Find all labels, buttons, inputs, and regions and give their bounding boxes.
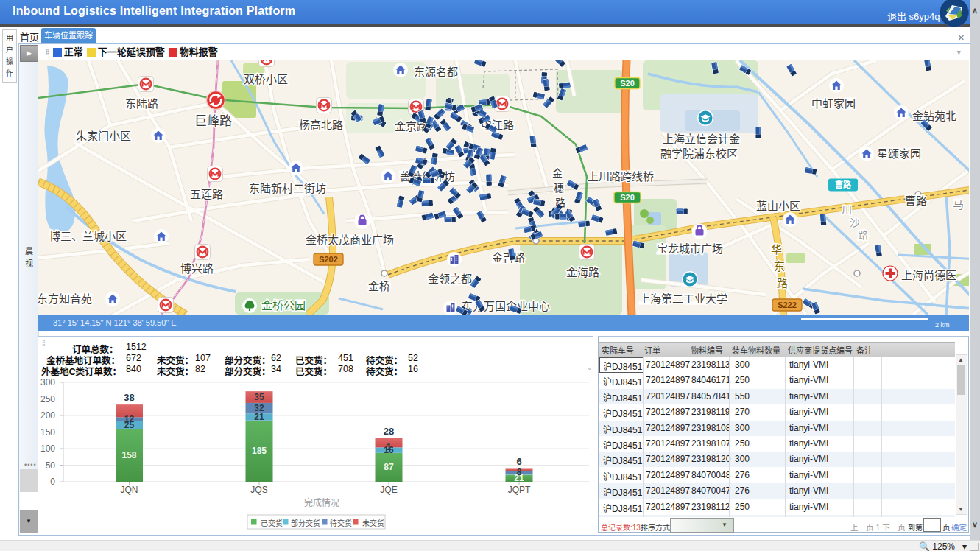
svg-text:中虹家园: 中虹家园 (811, 97, 856, 110)
svg-text:上海第二工业大学: 上海第二工业大学 (639, 292, 727, 305)
svg-text:博三、兰城小区: 博三、兰城小区 (49, 230, 127, 242)
svg-text:部分交货: 部分交货 (291, 519, 320, 527)
svg-text:S20: S20 (620, 79, 635, 88)
svg-text:沙: 沙 (850, 217, 860, 228)
svg-text:S20: S20 (620, 193, 635, 202)
svg-text:曹路: 曹路 (905, 194, 927, 207)
svg-text:五莲路: 五莲路 (190, 188, 223, 200)
svg-text:上川路跨线桥: 上川路跨线桥 (588, 170, 654, 183)
svg-text:川: 川 (842, 204, 852, 216)
svg-text:已交货: 已交货 (261, 519, 283, 527)
svg-text:50: 50 (46, 460, 56, 471)
svg-text:上海尚德医: 上海尚德医 (901, 269, 956, 281)
svg-text:S202: S202 (319, 255, 338, 264)
svg-text:38: 38 (124, 392, 134, 403)
svg-text:路: 路 (777, 277, 788, 289)
svg-text:东方知音苑: 东方知音苑 (38, 292, 92, 305)
svg-text:金桥公园: 金桥公园 (261, 299, 306, 312)
svg-text:JQS: JQS (250, 485, 267, 495)
svg-text:博兴路: 博兴路 (180, 262, 214, 275)
svg-text:东陆路: 东陆路 (125, 97, 158, 110)
svg-text:穗: 穗 (554, 182, 564, 194)
svg-text:融学院浦东校区: 融学院浦东校区 (660, 147, 738, 160)
svg-text:完成情况: 完成情况 (304, 497, 339, 508)
svg-text:金桥太茂商业广场: 金桥太茂商业广场 (306, 234, 394, 246)
svg-text:150: 150 (40, 427, 55, 438)
svg-text:蓝山小区: 蓝山小区 (756, 200, 800, 212)
svg-text:1: 1 (387, 442, 392, 452)
svg-text:东源名都: 东源名都 (414, 66, 458, 78)
svg-text:曹路: 曹路 (835, 180, 852, 189)
svg-text:杨高北路: 杨高北路 (299, 119, 343, 131)
svg-text:JQPT: JQPT (508, 485, 531, 495)
svg-text:6: 6 (516, 456, 521, 467)
svg-text:250: 250 (40, 394, 55, 404)
svg-text:巨峰路: 巨峰路 (194, 114, 232, 128)
svg-text:185: 185 (252, 446, 267, 456)
svg-text:158: 158 (121, 450, 136, 460)
svg-text:未交货: 未交货 (362, 519, 384, 527)
svg-text:上海立信会计金: 上海立信会计金 (663, 133, 740, 145)
svg-text:东: 东 (774, 260, 785, 273)
svg-text:0: 0 (50, 477, 55, 487)
svg-text:21: 21 (254, 412, 264, 422)
svg-text:金桥: 金桥 (368, 280, 390, 292)
svg-text:S222: S222 (778, 301, 797, 309)
svg-text:马: 马 (953, 198, 964, 211)
svg-text:朱家门小区: 朱家门小区 (76, 130, 131, 142)
svg-text:待交货: 待交货 (330, 519, 352, 527)
svg-text:JQE: JQE (380, 485, 397, 495)
svg-text:32: 32 (254, 403, 264, 413)
svg-text:宝龙城市广场: 宝龙城市广场 (657, 242, 723, 255)
svg-text:200: 200 (40, 410, 55, 421)
svg-text:东陆新村二街坊: 东陆新村二街坊 (249, 182, 326, 194)
svg-text:100: 100 (40, 443, 55, 454)
svg-text:300: 300 (40, 377, 55, 387)
svg-text:华: 华 (771, 243, 782, 256)
svg-text:8: 8 (517, 467, 522, 477)
svg-text:金钻苑北: 金钻苑北 (912, 110, 956, 122)
svg-text:星颂家园: 星颂家园 (877, 147, 921, 160)
svg-text:路: 路 (858, 229, 868, 241)
svg-text:87: 87 (384, 462, 394, 472)
svg-text:35: 35 (254, 392, 264, 402)
svg-text:28: 28 (384, 426, 394, 437)
svg-text:金海路: 金海路 (566, 266, 599, 278)
svg-text:JQN: JQN (121, 485, 138, 495)
svg-text:双桥小区: 双桥小区 (244, 73, 288, 85)
svg-text:金领之都: 金领之都 (428, 273, 472, 285)
svg-text:12: 12 (124, 414, 135, 424)
svg-text:金: 金 (552, 167, 563, 179)
svg-text:东方万国企业中心: 东方万国企业中心 (462, 300, 550, 312)
